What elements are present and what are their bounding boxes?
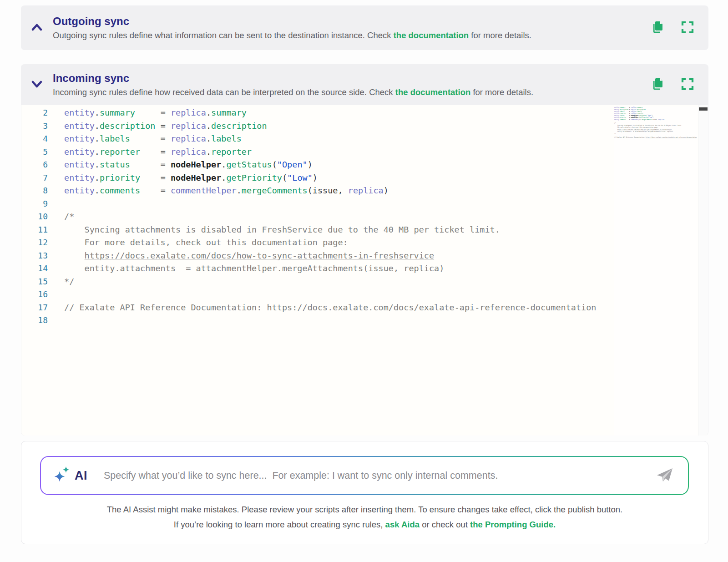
code-line xyxy=(64,314,613,327)
line-number: 10 xyxy=(21,210,48,223)
line-number: 3 xyxy=(21,120,48,133)
scrollbar-thumb[interactable] xyxy=(699,107,708,111)
ai-label: AI xyxy=(75,469,87,483)
line-number: 17 xyxy=(21,301,48,314)
editor-minimap[interactable]: entity.summary = replica.summaryentity.d… xyxy=(614,106,698,435)
outgoing-sync-description: Outgoing sync rules define what informat… xyxy=(53,30,641,41)
outgoing-documentation-link[interactable]: the documentation xyxy=(394,30,469,40)
description-text: Outgoing sync rules define what informat… xyxy=(53,30,394,40)
fullscreen-icon xyxy=(681,20,694,35)
line-number: 15 xyxy=(21,275,48,289)
code-line xyxy=(64,288,613,301)
fullscreen-incoming-button[interactable] xyxy=(680,77,695,92)
code-line: entity.reporter = replica.reporter xyxy=(64,146,613,159)
incoming-documentation-link[interactable]: the documentation xyxy=(395,87,470,97)
code-content[interactable]: entity.summary = replica.summaryentity.d… xyxy=(64,106,613,435)
ai-learn-more: If you’re looking to learn more about cr… xyxy=(21,520,708,530)
copy-icon xyxy=(650,77,665,93)
line-number: 6 xyxy=(21,158,48,172)
line-number: 8 xyxy=(21,184,48,197)
code-line: entity.summary = replica.summary xyxy=(64,106,613,120)
line-number: 7 xyxy=(21,172,48,185)
line-number: 2 xyxy=(21,106,48,120)
copy-outgoing-button[interactable] xyxy=(650,20,665,35)
chevron-up-icon xyxy=(30,22,44,34)
line-number: 12 xyxy=(21,236,48,249)
line-number: 18 xyxy=(21,314,48,327)
code-line xyxy=(64,197,613,211)
incoming-sync-title: Incoming sync xyxy=(53,72,641,85)
prompting-guide-link[interactable]: the Prompting Guide. xyxy=(470,520,556,529)
code-line: entity.attachments = attachmentHelper.me… xyxy=(64,262,613,275)
code-line: // Exalate API Reference Documentation: … xyxy=(64,301,613,314)
chevron-down-icon xyxy=(30,79,44,91)
learn-more-text: If you’re looking to learn more about cr… xyxy=(174,520,385,529)
line-number: 9 xyxy=(21,197,48,211)
ai-input-box: AI xyxy=(40,456,689,495)
outgoing-sync-title: Outgoing sync xyxy=(53,15,641,28)
outgoing-sync-header: Outgoing sync Outgoing sync rules define… xyxy=(21,5,708,50)
code-line: entity.priority = nodeHelper.getPriority… xyxy=(64,172,613,185)
copy-incoming-button[interactable] xyxy=(650,77,665,92)
code-line: entity.description = replica.description xyxy=(64,120,613,133)
fullscreen-icon xyxy=(681,77,694,92)
editor-scrollbar[interactable] xyxy=(698,105,708,435)
code-line: Syncing attachments is disabled in Fresh… xyxy=(64,223,613,237)
outgoing-sync-section: Outgoing sync Outgoing sync rules define… xyxy=(21,5,708,50)
description-text: for more details. xyxy=(469,30,531,40)
ask-aida-link[interactable]: ask Aida xyxy=(385,520,420,529)
fullscreen-outgoing-button[interactable] xyxy=(680,20,695,35)
ai-assist-panel: AI The AI Assist might make mistakes. Pl… xyxy=(21,441,708,544)
line-number: 16 xyxy=(21,288,48,301)
code-line xyxy=(614,139,698,141)
code-line: entity.status = nodeHelper.getStatus("Op… xyxy=(64,158,613,172)
ai-sparkle-icon xyxy=(52,466,72,486)
ai-prompt-input[interactable] xyxy=(103,470,655,482)
paper-plane-icon xyxy=(656,478,674,485)
code-line: entity.comments = commentHelper.mergeCom… xyxy=(64,184,613,197)
send-button[interactable] xyxy=(655,467,674,484)
collapse-incoming-button[interactable] xyxy=(30,76,53,94)
code-line: */ xyxy=(64,275,613,289)
description-text: for more details. xyxy=(470,87,533,97)
code-line: https://docs.exalate.com/docs/how-to-syn… xyxy=(64,249,613,263)
code-line: For more details, check out this documen… xyxy=(64,236,613,249)
line-number: 14 xyxy=(21,262,48,275)
collapse-outgoing-button[interactable] xyxy=(30,19,53,37)
incoming-sync-header: Incoming sync Incoming sync rules define… xyxy=(21,64,708,105)
line-number-gutter: 23456789101112131415161718 xyxy=(21,106,48,327)
code-line: /* xyxy=(64,210,613,223)
ai-disclaimer: The AI Assist might make mistakes. Pleas… xyxy=(21,505,708,515)
line-number: 4 xyxy=(21,132,48,146)
incoming-sync-code-editor[interactable]: 23456789101112131415161718 entity.summar… xyxy=(21,105,708,435)
line-number: 13 xyxy=(21,249,48,263)
learn-more-text: or check out xyxy=(420,520,470,529)
line-number: 5 xyxy=(21,146,48,159)
incoming-sync-section: Incoming sync Incoming sync rules define… xyxy=(21,64,708,435)
line-number: 11 xyxy=(21,223,48,237)
code-line: entity.labels = replica.labels xyxy=(64,132,613,146)
incoming-sync-description: Incoming sync rules define how received … xyxy=(53,87,641,97)
copy-icon xyxy=(650,20,665,36)
description-text: Incoming sync rules define how received … xyxy=(53,87,395,97)
